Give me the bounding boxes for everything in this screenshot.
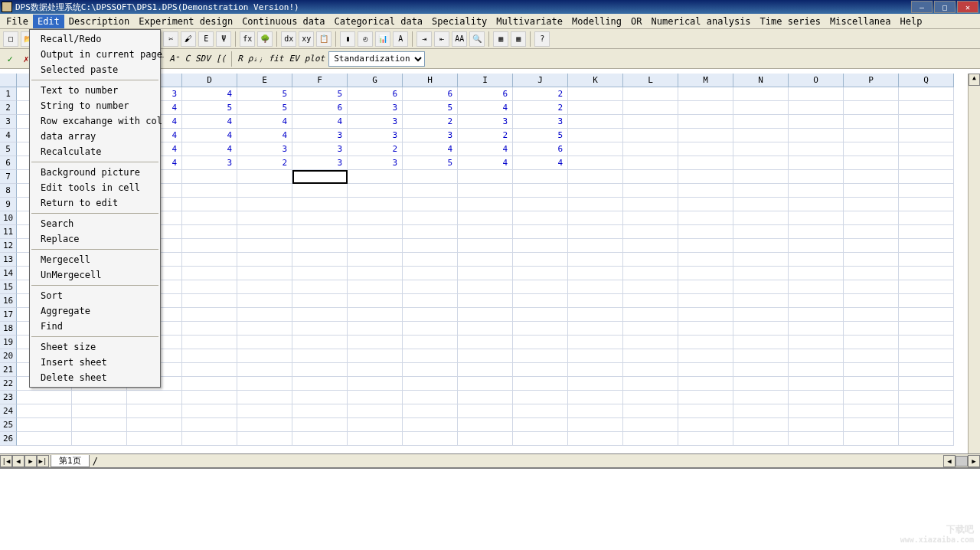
cell[interactable] <box>623 198 678 211</box>
cell[interactable] <box>733 87 789 101</box>
cell[interactable] <box>292 391 348 404</box>
menu-item-data-array[interactable]: data array <box>30 129 160 144</box>
menu-or[interactable]: OR <box>626 15 646 28</box>
row-header-2[interactable]: 2 <box>0 101 17 115</box>
cell[interactable] <box>127 418 182 432</box>
cell[interactable] <box>403 294 458 308</box>
menu-item-output-in-current-page[interactable]: Output in current page <box>30 47 160 62</box>
cell[interactable] <box>513 391 568 404</box>
cell[interactable] <box>458 225 513 239</box>
stat--icon[interactable]: [( <box>214 54 227 64</box>
cell[interactable] <box>568 87 623 101</box>
cell[interactable] <box>844 391 899 404</box>
cell[interactable] <box>623 349 678 363</box>
row-header-4[interactable]: 4 <box>0 129 17 142</box>
cell[interactable] <box>568 363 623 377</box>
cell[interactable] <box>623 87 678 101</box>
cell[interactable] <box>568 308 623 322</box>
cell[interactable] <box>733 225 789 239</box>
cell[interactable] <box>899 308 954 322</box>
cell[interactable] <box>127 432 182 446</box>
cell[interactable] <box>844 336 899 349</box>
cell[interactable] <box>678 156 733 170</box>
menu-item-text-to-number[interactable]: Text to number <box>30 83 160 98</box>
cell[interactable] <box>568 129 623 142</box>
cell[interactable] <box>678 418 733 432</box>
cell[interactable] <box>678 280 733 294</box>
cell[interactable] <box>568 156 623 170</box>
cell[interactable] <box>733 363 789 377</box>
cell[interactable] <box>237 363 292 377</box>
cell[interactable] <box>568 267 623 280</box>
cell[interactable] <box>72 391 127 404</box>
cell[interactable] <box>623 142 678 156</box>
cell[interactable]: 3 <box>292 156 348 170</box>
cell[interactable] <box>513 211 568 225</box>
cell[interactable]: 6 <box>403 87 458 101</box>
cell[interactable]: 4 <box>182 87 237 101</box>
cell[interactable] <box>292 336 348 349</box>
stat-fit-icon[interactable]: fit <box>267 54 286 64</box>
col-ins-icon[interactable]: ⇥ <box>416 31 432 47</box>
cell[interactable] <box>237 432 292 446</box>
cell[interactable] <box>789 280 844 294</box>
cell[interactable] <box>513 336 568 349</box>
cell[interactable] <box>623 211 678 225</box>
menu-item-replace[interactable]: Replace <box>30 231 160 247</box>
cell[interactable] <box>678 377 733 391</box>
stat-c-icon[interactable]: C <box>183 54 191 64</box>
menu-item-search[interactable]: Search <box>30 216 160 231</box>
cell[interactable] <box>899 211 954 225</box>
cell[interactable] <box>348 432 403 446</box>
row-header-10[interactable]: 10 <box>0 211 17 225</box>
cell[interactable]: 3 <box>513 115 568 129</box>
cell[interactable] <box>623 225 678 239</box>
cell[interactable] <box>844 377 899 391</box>
cell[interactable] <box>678 225 733 239</box>
close-button[interactable]: ✕ <box>957 1 978 13</box>
cell[interactable] <box>844 129 899 142</box>
cell[interactable] <box>348 198 403 211</box>
cell[interactable]: 6 <box>513 142 568 156</box>
cell[interactable]: 3 <box>348 115 403 129</box>
cell[interactable] <box>127 391 182 404</box>
row-header-22[interactable]: 22 <box>0 377 17 391</box>
brush-icon[interactable]: 🖌 <box>181 31 196 47</box>
col-header-K[interactable]: K <box>568 74 623 87</box>
minimize-button[interactable]: — <box>911 1 933 13</box>
cell[interactable]: 4 <box>403 142 458 156</box>
menu-item-recalculate[interactable]: Recalculate <box>30 144 160 159</box>
cell[interactable] <box>237 391 292 404</box>
row-header-19[interactable]: 19 <box>0 336 17 349</box>
cell[interactable] <box>789 225 844 239</box>
cell[interactable] <box>237 225 292 239</box>
cell[interactable] <box>403 404 458 418</box>
cell[interactable] <box>568 294 623 308</box>
cell[interactable] <box>237 267 292 280</box>
cell[interactable] <box>292 239 348 253</box>
cell[interactable] <box>403 391 458 404</box>
A-box-icon[interactable]: A <box>393 31 408 47</box>
cell[interactable] <box>733 129 789 142</box>
stat-plot-icon[interactable]: plot <box>303 54 327 64</box>
col-header-Q[interactable]: Q <box>899 74 954 87</box>
cell[interactable] <box>458 184 513 198</box>
cell[interactable] <box>182 294 237 308</box>
cell[interactable] <box>292 294 348 308</box>
cell[interactable] <box>348 349 403 363</box>
cell[interactable] <box>899 115 954 129</box>
cell[interactable] <box>733 184 789 198</box>
menu-item-delete-sheet[interactable]: Delete sheet <box>30 370 160 385</box>
cell[interactable] <box>733 418 789 432</box>
cell[interactable] <box>789 391 844 404</box>
sheet-tab[interactable]: 第1页 <box>51 455 90 467</box>
cell[interactable] <box>568 184 623 198</box>
cell[interactable] <box>72 432 127 446</box>
cell[interactable] <box>678 294 733 308</box>
cell[interactable] <box>789 101 844 115</box>
cell[interactable] <box>348 239 403 253</box>
calc-icon[interactable]: ▦ <box>511 31 526 47</box>
cell[interactable] <box>182 211 237 225</box>
cell[interactable] <box>789 239 844 253</box>
cell[interactable]: 5 <box>237 101 292 115</box>
